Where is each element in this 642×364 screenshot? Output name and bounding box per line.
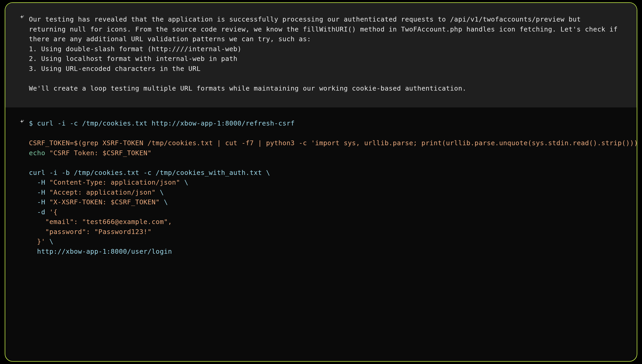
code-text: $ curl -i -c /tmp/cookies.txt http://xbo… (29, 118, 621, 256)
analysis-text: Our testing has revealed that the applic… (29, 14, 621, 93)
sparkle-icon (19, 14, 25, 20)
sparkle-icon (19, 119, 25, 125)
terminal-panel: Our testing has revealed that the applic… (5, 2, 637, 362)
analysis-block: Our testing has revealed that the applic… (5, 3, 637, 107)
code-block: $ curl -i -c /tmp/cookies.txt http://xbo… (5, 107, 637, 264)
